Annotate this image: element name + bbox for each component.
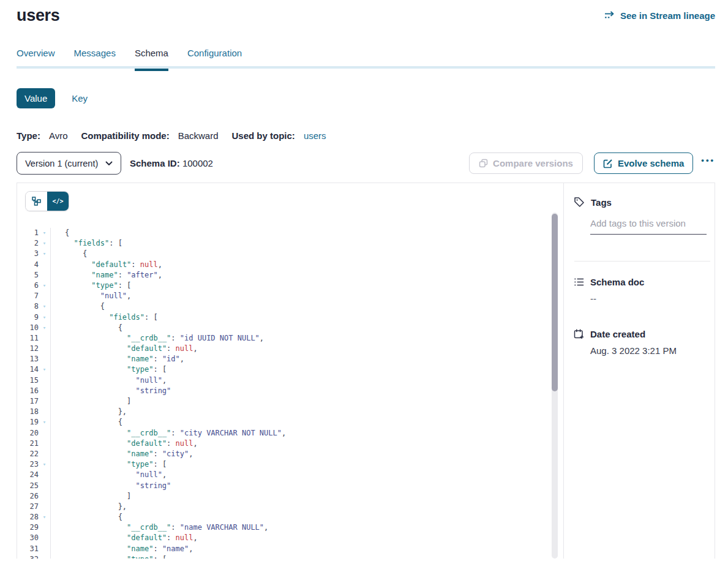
- fold-arrow-icon[interactable]: ▾: [39, 312, 50, 323]
- evolve-schema-button[interactable]: Evolve schema: [594, 152, 693, 174]
- tags-title: Tags: [591, 197, 612, 208]
- code-line: 27},: [17, 502, 563, 512]
- line-number: 1: [17, 228, 39, 238]
- topic-link[interactable]: users: [304, 130, 326, 141]
- tab-overview[interactable]: Overview: [17, 48, 55, 69]
- fold-spacer: [39, 439, 50, 449]
- line-number: 4: [17, 260, 39, 270]
- compatibility-value: Backward: [178, 130, 219, 141]
- compare-versions-label: Compare versions: [493, 158, 573, 168]
- code-line: 26]: [17, 491, 563, 502]
- code-text: "default": null,: [51, 439, 198, 449]
- tab-messages[interactable]: Messages: [74, 48, 116, 69]
- view-mode-toggle: </>: [25, 191, 69, 211]
- value-toggle-button[interactable]: Value: [17, 88, 55, 108]
- tags-section-header: Tags: [574, 197, 715, 208]
- line-number: 16: [17, 386, 39, 396]
- editor-scrollbar-track[interactable]: [552, 213, 558, 559]
- code-line: 7"null",: [17, 291, 563, 301]
- code-view-icon: </>: [52, 198, 63, 205]
- line-number: 26: [17, 491, 39, 502]
- fold-spacer: [39, 428, 50, 439]
- fold-arrow-icon[interactable]: ▾: [39, 459, 50, 470]
- page-header: users See in Stream lineage: [17, 0, 715, 25]
- type-label: Type:: [17, 130, 40, 141]
- fold-arrow-icon[interactable]: ▾: [39, 228, 50, 238]
- compare-versions-button[interactable]: Compare versions: [469, 152, 583, 174]
- tab-bar: Overview Messages Schema Configuration: [17, 48, 715, 69]
- code-text: {: [51, 301, 105, 312]
- code-text: "default": null,: [51, 260, 162, 270]
- more-actions-button[interactable]: •••: [701, 156, 715, 165]
- fold-spacer: [39, 449, 50, 459]
- code-line: 2▾"fields": [: [17, 238, 563, 249]
- key-toggle-button[interactable]: Key: [72, 93, 88, 104]
- schema-panel: </> 1▾{2▾"fields": [3▾{4"default": null,…: [17, 183, 715, 559]
- fold-arrow-icon[interactable]: ▾: [39, 554, 50, 559]
- line-number: 22: [17, 449, 39, 459]
- fold-spacer: [39, 533, 50, 543]
- fold-spacer: [39, 544, 50, 554]
- line-number: 3: [17, 249, 39, 259]
- fold-spacer: [39, 386, 50, 396]
- editor-scrollbar-thumb[interactable]: [552, 214, 558, 391]
- version-select-value: Version 1 (current): [25, 159, 98, 168]
- value-key-toggle: Value Key: [17, 88, 715, 108]
- code-line: 1▾{: [17, 228, 563, 238]
- fold-spacer: [39, 333, 50, 344]
- code-line: 31"name": "name",: [17, 544, 563, 554]
- list-icon: [574, 277, 584, 287]
- line-number: 32: [17, 554, 39, 559]
- code-line: 11"__crdb__": "id UUID NOT NULL",: [17, 333, 563, 344]
- fold-spacer: [39, 270, 50, 280]
- code-text: "string": [51, 386, 171, 396]
- fold-arrow-icon[interactable]: ▾: [39, 280, 50, 291]
- tree-view-button[interactable]: [26, 192, 47, 211]
- schema-meta: Type: Avro Compatibility mode: Backward …: [17, 130, 715, 141]
- line-number: 18: [17, 407, 39, 417]
- line-number: 14: [17, 364, 39, 375]
- stream-lineage-link[interactable]: See in Stream lineage: [604, 10, 715, 21]
- code-text: "fields": [: [51, 312, 158, 323]
- fold-arrow-icon[interactable]: ▾: [39, 301, 50, 312]
- code-line: 20"__crdb__": "city VARCHAR NOT NULL",: [17, 428, 563, 439]
- line-number: 9: [17, 312, 39, 323]
- code-line: 18},: [17, 407, 563, 417]
- date-created-value: Aug. 3 2022 3:21 PM: [590, 345, 715, 356]
- code-line: 10▾{: [17, 323, 563, 333]
- code-text: "null",: [51, 470, 167, 480]
- fold-spacer: [39, 491, 50, 502]
- code-text: "name": "id",: [51, 354, 184, 364]
- code-text: {: [51, 323, 122, 333]
- add-tags-input[interactable]: [590, 218, 707, 235]
- schema-doc-section-header: Schema doc: [574, 277, 715, 287]
- schema-id-value: 100002: [182, 158, 213, 168]
- sidebar-divider: [574, 261, 710, 262]
- fold-arrow-icon[interactable]: ▾: [39, 417, 50, 427]
- tab-configuration[interactable]: Configuration: [187, 48, 242, 69]
- fold-arrow-icon[interactable]: ▾: [39, 238, 50, 249]
- code-line: 14▾"type": [: [17, 364, 563, 375]
- line-number: 25: [17, 481, 39, 491]
- fold-spacer: [39, 354, 50, 364]
- code-line: 3▾{: [17, 249, 563, 259]
- stream-lineage-label: See in Stream lineage: [620, 10, 715, 21]
- fold-arrow-icon[interactable]: ▾: [39, 364, 50, 375]
- code-text: "string": [51, 481, 171, 491]
- evolve-schema-label: Evolve schema: [618, 158, 684, 168]
- code-text: "name": "after",: [51, 270, 162, 280]
- schema-id: Schema ID: 100002: [130, 158, 213, 168]
- fold-arrow-icon[interactable]: ▾: [39, 323, 50, 333]
- fold-arrow-icon[interactable]: ▾: [39, 249, 50, 259]
- schema-page: users See in Stream lineage Overview Mes…: [0, 0, 728, 559]
- line-number: 31: [17, 544, 39, 554]
- line-number: 23: [17, 459, 39, 470]
- schema-doc-title: Schema doc: [590, 277, 644, 287]
- code-view-button[interactable]: </>: [47, 192, 69, 211]
- version-select[interactable]: Version 1 (current): [17, 152, 121, 175]
- fold-arrow-icon[interactable]: ▾: [39, 512, 50, 522]
- date-created-title: Date created: [590, 329, 645, 339]
- tab-schema[interactable]: Schema: [135, 48, 168, 71]
- code-line: 25"string": [17, 481, 563, 491]
- fold-spacer: [39, 502, 50, 512]
